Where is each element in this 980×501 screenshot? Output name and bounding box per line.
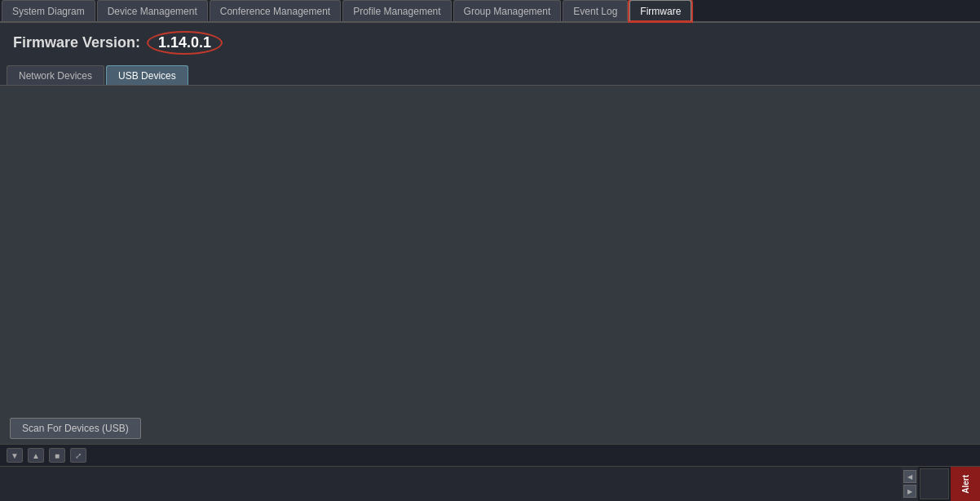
- content-area: Scan For Devices (USB) ▼ ▲ ■ ⤢ ◀ ▶ Alert: [0, 86, 980, 501]
- sub-tab-usb-devices[interactable]: USB Devices: [106, 65, 188, 85]
- side-controls: ◀ ▶: [902, 467, 918, 501]
- scroll-right-button[interactable]: ▶: [903, 485, 916, 498]
- top-tab-firmware[interactable]: Firmware: [629, 0, 691, 21]
- transport-stop-button[interactable]: ■: [49, 448, 65, 463]
- alert-label: Alert: [961, 475, 970, 494]
- top-tab-profile-management[interactable]: Profile Management: [342, 0, 451, 21]
- alert-panel: Alert: [951, 467, 980, 501]
- main-page: System DiagramDevice ManagementConferenc…: [0, 0, 980, 501]
- sub-nav: Network DevicesUSB Devices: [0, 63, 980, 86]
- transport-down-button[interactable]: ▼: [7, 448, 23, 463]
- firmware-version-value: 1.14.0.1: [147, 31, 223, 55]
- bottom-bar: Scan For Devices (USB): [0, 411, 980, 446]
- top-tab-device-management[interactable]: Device Management: [97, 0, 208, 21]
- top-tab-system-diagram[interactable]: System Diagram: [2, 0, 95, 21]
- top-nav: System DiagramDevice ManagementConferenc…: [0, 0, 980, 23]
- scan-usb-button[interactable]: Scan For Devices (USB): [10, 418, 141, 439]
- transport-bar: ▼ ▲ ■ ⤢: [0, 444, 980, 467]
- top-tab-group-management[interactable]: Group Management: [453, 0, 562, 21]
- top-tab-conference-management[interactable]: Conference Management: [210, 0, 341, 21]
- transport-expand-button[interactable]: ⤢: [70, 448, 86, 463]
- status-bar: ◀ ▶ Alert: [0, 467, 980, 501]
- transport-up-button[interactable]: ▲: [28, 448, 44, 463]
- sub-tab-network-devices[interactable]: Network Devices: [7, 65, 104, 85]
- firmware-version-label: Firmware Version:: [13, 34, 140, 51]
- thumbnail-area: [920, 468, 949, 499]
- status-main: [0, 467, 902, 501]
- scroll-left-button[interactable]: ◀: [903, 470, 916, 483]
- firmware-header: Firmware Version: 1.14.0.1: [0, 23, 980, 63]
- top-tab-event-log[interactable]: Event Log: [563, 0, 628, 21]
